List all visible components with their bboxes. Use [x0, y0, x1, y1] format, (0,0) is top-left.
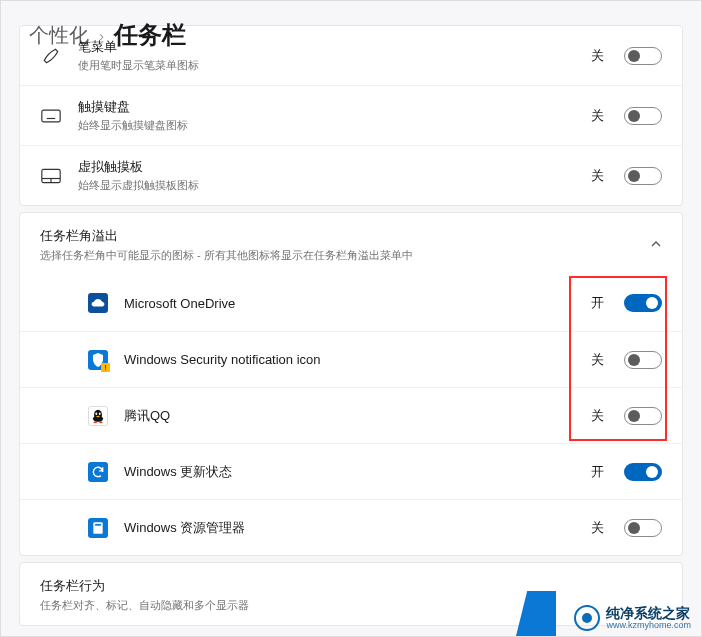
pen-icon: [40, 45, 62, 67]
svg-point-13: [96, 415, 99, 416]
app-title: Windows Security notification icon: [124, 352, 575, 367]
toggle-explorer[interactable]: [624, 519, 662, 537]
toggle-state-label: 开: [591, 463, 604, 481]
touchpad-icon: [40, 165, 62, 187]
update-icon: [88, 462, 108, 482]
taskbar-corner-icons-card: 笔菜单 使用笔时显示笔菜单图标 关 触摸键盘 始终显示触摸键盘图标 关 虚拟触摸…: [19, 25, 683, 206]
svg-rect-17: [95, 523, 101, 525]
svg-point-12: [99, 412, 101, 415]
toggle-state-label: 开: [591, 294, 604, 312]
svg-point-14: [93, 421, 96, 423]
row-subtitle: 始终显示虚拟触摸板图标: [78, 178, 575, 193]
toggle-state-label: 关: [591, 519, 604, 537]
chevron-up-icon: [650, 238, 662, 250]
row-title: 笔菜单: [78, 38, 575, 56]
toggle-touch-keyboard[interactable]: [624, 107, 662, 125]
app-title: Windows 资源管理器: [124, 519, 575, 537]
row-subtitle: 始终显示触摸键盘图标: [78, 118, 575, 133]
section-title: 任务栏行为: [40, 577, 662, 595]
section-title: 任务栏角溢出: [40, 227, 662, 245]
toggle-state-label: 关: [591, 167, 604, 185]
row-explorer[interactable]: Windows 资源管理器 关: [20, 499, 682, 555]
toggle-state-label: 关: [591, 351, 604, 369]
watermark-logo-icon: [574, 605, 600, 631]
toggle-qq[interactable]: [624, 407, 662, 425]
toggle-state-label: 关: [591, 407, 604, 425]
toggle-windows-update[interactable]: [624, 463, 662, 481]
row-title: 触摸键盘: [78, 98, 575, 116]
keyboard-icon: [40, 105, 62, 127]
onedrive-icon: [88, 293, 108, 313]
toggle-onedrive[interactable]: [624, 294, 662, 312]
qq-icon: [88, 406, 108, 426]
row-onedrive[interactable]: Microsoft OneDrive 开: [20, 275, 682, 331]
svg-point-15: [99, 421, 102, 423]
row-qq[interactable]: 腾讯QQ 关: [20, 387, 682, 443]
explorer-icon: [88, 518, 108, 538]
app-title: Microsoft OneDrive: [124, 296, 575, 311]
svg-rect-0: [42, 110, 60, 122]
taskbar-overflow-card: 任务栏角溢出 选择任务栏角中可能显示的图标 - 所有其他图标将显示在任务栏角溢出…: [19, 212, 683, 556]
row-virtual-touchpad[interactable]: 虚拟触摸板 始终显示虚拟触摸板图标 关: [20, 145, 682, 205]
toggle-state-label: 关: [591, 107, 604, 125]
row-subtitle: 使用笔时显示笔菜单图标: [78, 58, 575, 73]
svg-point-11: [95, 412, 97, 415]
toggle-virtual-touchpad[interactable]: [624, 167, 662, 185]
shield-icon: !: [88, 350, 108, 370]
toggle-pen-menu[interactable]: [624, 47, 662, 65]
row-security[interactable]: ! Windows Security notification icon 关: [20, 331, 682, 387]
row-touch-keyboard[interactable]: 触摸键盘 始终显示触摸键盘图标 关: [20, 85, 682, 145]
watermark-url: www.kzmyhome.com: [606, 620, 691, 630]
row-title: 虚拟触摸板: [78, 158, 575, 176]
watermark: 纯净系统之家 www.kzmyhome.com: [574, 605, 691, 631]
row-windows-update[interactable]: Windows 更新状态 开: [20, 443, 682, 499]
toggle-state-label: 关: [591, 47, 604, 65]
watermark-text: 纯净系统之家: [606, 606, 691, 620]
section-subtitle: 选择任务栏角中可能显示的图标 - 所有其他图标将显示在任务栏角溢出菜单中: [40, 248, 662, 263]
annotation-arrow: [1, 632, 702, 637]
app-title: Windows 更新状态: [124, 463, 575, 481]
toggle-security[interactable]: [624, 351, 662, 369]
overflow-section-header[interactable]: 任务栏角溢出 选择任务栏角中可能显示的图标 - 所有其他图标将显示在任务栏角溢出…: [20, 213, 682, 275]
app-title: 腾讯QQ: [124, 407, 575, 425]
section-subtitle: 任务栏对齐、标记、自动隐藏和多个显示器: [40, 598, 662, 613]
